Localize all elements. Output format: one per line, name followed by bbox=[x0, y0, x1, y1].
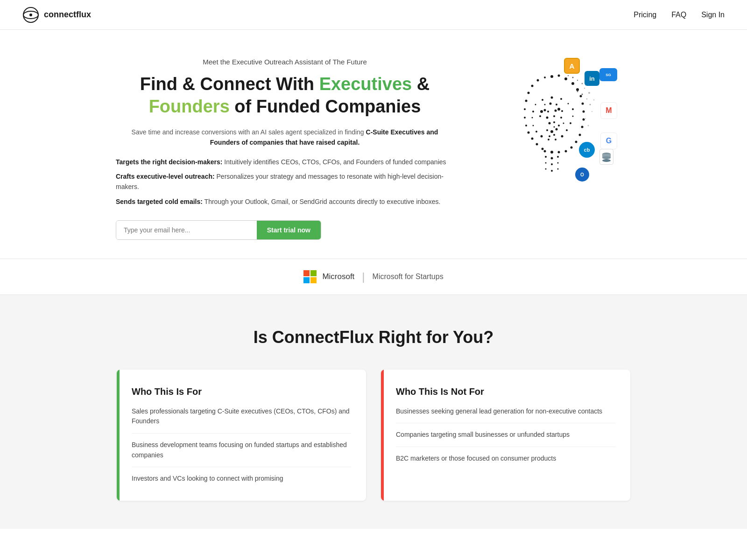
svg-point-76 bbox=[549, 135, 550, 137]
svg-point-73 bbox=[563, 123, 564, 124]
svg-point-30 bbox=[558, 151, 560, 154]
svg-point-66 bbox=[533, 125, 534, 126]
svg-point-3 bbox=[550, 75, 553, 78]
svg-point-55 bbox=[560, 98, 562, 100]
svg-point-94 bbox=[588, 125, 589, 126]
svg-point-72 bbox=[560, 117, 562, 119]
svg-point-70 bbox=[546, 117, 549, 119]
notfor-item-2: Companies targeting small businesses or … bbox=[396, 430, 615, 447]
svg-point-16 bbox=[583, 111, 585, 113]
svg-point-68 bbox=[532, 111, 534, 112]
title-green2: Founders bbox=[149, 97, 230, 116]
arkesel-icon: A bbox=[564, 58, 580, 74]
for-item-1: Sales professionals targeting C-Suite ex… bbox=[132, 406, 351, 434]
svg-point-63 bbox=[548, 139, 550, 140]
svg-point-86 bbox=[584, 88, 585, 89]
sendgrid-icon: SG bbox=[599, 68, 617, 81]
for-card: Who This Is For Sales professionals targ… bbox=[117, 370, 366, 501]
feature-1: Targets the right decision-makers: Intui… bbox=[116, 157, 454, 168]
svg-point-77 bbox=[553, 134, 555, 136]
svg-point-57 bbox=[572, 108, 574, 110]
start-trial-button[interactable]: Start trial now bbox=[257, 221, 321, 239]
logo[interactable]: connectflux bbox=[22, 7, 91, 23]
svg-point-8 bbox=[571, 82, 574, 85]
svg-point-17 bbox=[524, 117, 526, 119]
svg-point-28 bbox=[565, 150, 567, 153]
svg-point-20 bbox=[581, 126, 584, 128]
svg-point-21 bbox=[528, 132, 530, 134]
svg-point-22 bbox=[579, 134, 581, 136]
svg-point-35 bbox=[545, 162, 547, 164]
hero-desc-plain: Save time and increase conversions with … bbox=[132, 128, 366, 136]
nav-faq[interactable]: FAQ bbox=[671, 11, 686, 19]
right-for-you-section: Is ConnectFlux Right for You? Who This I… bbox=[0, 295, 747, 529]
ms-divider: | bbox=[362, 270, 365, 283]
svg-point-27 bbox=[542, 148, 544, 150]
for-item-2: Business development teams focusing on f… bbox=[132, 440, 351, 467]
svg-point-62 bbox=[555, 139, 557, 140]
svg-point-90 bbox=[568, 75, 569, 76]
notfor-item-1: Businesses seeking general lead generati… bbox=[396, 406, 615, 424]
notfor-item-3: B2C marketers or those focused on consum… bbox=[396, 454, 615, 464]
feature-2-bold: Crafts executive-level outreach: bbox=[116, 173, 215, 180]
svg-point-54 bbox=[551, 97, 553, 99]
email-input[interactable] bbox=[116, 221, 257, 239]
svg-point-13 bbox=[525, 100, 528, 102]
feature-3: Sends targeted cold emails: Through your… bbox=[116, 197, 454, 207]
svg-point-33 bbox=[551, 157, 553, 160]
svg-point-67 bbox=[532, 117, 533, 119]
for-card-title: Who This Is For bbox=[132, 386, 351, 397]
nav-links: Pricing FAQ Sign In bbox=[634, 11, 725, 19]
hero-visual: in SG A M G cb O bbox=[491, 58, 622, 189]
svg-point-93 bbox=[585, 118, 586, 119]
svg-point-10 bbox=[576, 88, 579, 91]
svg-point-32 bbox=[545, 156, 547, 158]
google-icon: G bbox=[600, 133, 617, 149]
nav-signin[interactable]: Sign In bbox=[701, 11, 725, 19]
svg-point-19 bbox=[525, 125, 527, 126]
svg-point-97 bbox=[602, 156, 611, 159]
feature-2: Crafts executive-level outreach: Persona… bbox=[116, 172, 454, 192]
svg-point-87 bbox=[582, 83, 583, 84]
hero-subtitle: Meet the Executive Outreach Assistant of… bbox=[116, 58, 454, 66]
svg-point-74 bbox=[558, 125, 560, 126]
svg-point-71 bbox=[553, 115, 555, 117]
svg-point-88 bbox=[577, 80, 578, 81]
svg-point-36 bbox=[551, 163, 553, 165]
hero-right: in SG A M G cb O bbox=[482, 58, 631, 189]
svg-point-39 bbox=[551, 170, 553, 172]
title-part2: of Funded Companies bbox=[230, 97, 421, 116]
ms-logo: Microsoft bbox=[303, 270, 354, 283]
svg-point-65 bbox=[536, 131, 537, 133]
svg-point-58 bbox=[572, 116, 574, 117]
svg-point-23 bbox=[531, 138, 534, 140]
notfor-card-title: Who This Is Not For bbox=[396, 386, 615, 397]
svg-point-43 bbox=[546, 129, 548, 131]
svg-point-59 bbox=[570, 122, 571, 124]
svg-point-47 bbox=[544, 109, 546, 112]
svg-point-41 bbox=[549, 122, 551, 125]
svg-point-60 bbox=[566, 129, 568, 131]
ms-grid-icon bbox=[303, 270, 317, 283]
for-item-3: Investors and VCs looking to connect wit… bbox=[132, 474, 351, 484]
feature-1-bold: Targets the right decision-makers: bbox=[116, 158, 222, 166]
svg-point-5 bbox=[544, 77, 546, 78]
svg-point-64 bbox=[541, 135, 543, 138]
svg-point-26 bbox=[571, 147, 573, 149]
svg-point-15 bbox=[524, 108, 526, 110]
hero-title: Find & Connect With Executives & Founder… bbox=[116, 73, 454, 118]
notfor-card-list: Businesses seeking general lead generati… bbox=[396, 406, 615, 464]
outlook-icon: O bbox=[575, 168, 589, 182]
svg-point-40 bbox=[557, 168, 559, 170]
navbar: connectflux Pricing FAQ Sign In bbox=[0, 0, 747, 30]
feature-list: Targets the right decision-makers: Intui… bbox=[116, 157, 454, 207]
for-card-list: Sales professionals targeting C-Suite ex… bbox=[132, 406, 351, 484]
linkedin-icon: in bbox=[585, 71, 599, 86]
svg-point-31 bbox=[544, 150, 546, 153]
svg-point-81 bbox=[582, 94, 583, 95]
svg-point-91 bbox=[588, 92, 590, 94]
nav-pricing[interactable]: Pricing bbox=[634, 11, 656, 19]
svg-point-12 bbox=[580, 95, 582, 98]
svg-point-45 bbox=[550, 130, 553, 133]
title-amp: & bbox=[412, 74, 430, 94]
